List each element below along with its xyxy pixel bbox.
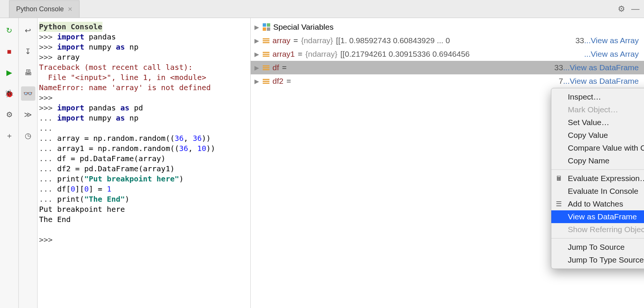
variable-icon (263, 38, 269, 43)
titlebar: Python Console ✕ ⚙ — (0, 0, 644, 18)
chevron-right-icon[interactable]: ▶ (254, 78, 260, 85)
menu-item-label: Mark Object… (568, 105, 618, 114)
menu-separator (551, 238, 644, 239)
menu-item-label: Copy Name (568, 156, 609, 165)
chevron-right-icon[interactable]: ▶ (254, 64, 260, 71)
menu-item-label: View as DataFrame (568, 212, 637, 221)
var-value-tail: 33 (554, 63, 563, 72)
chevron-right-icon[interactable]: ▶ (254, 24, 260, 31)
context-menu: Inspect…Mark Object…F11Set Value…F2Copy … (551, 88, 644, 269)
var-row-array[interactable]: ▶array = {ndarray} [[1. 0.98592743 0.608… (251, 34, 644, 47)
var-value: [[0.21794261 0.30915336 0.6946456 (340, 50, 470, 59)
add-button[interactable]: ＋ (2, 128, 17, 143)
menu-item-inspect[interactable]: Inspect… (551, 91, 644, 103)
menu-item-label: Evaluate In Console (568, 187, 638, 196)
menu-item-compare-value-with-clipboard[interactable]: Compare Value with Clipboard (551, 142, 644, 154)
view-as-link[interactable]: 33...View as DataFrame (554, 63, 644, 72)
stop-button[interactable]: ■ (2, 44, 17, 59)
var-row-df2[interactable]: ▶df2 = 7...View as DataFrame (251, 74, 644, 88)
menu-item-add-to-watches[interactable]: ☰Add to Watches (551, 198, 644, 210)
equals: = (293, 36, 298, 45)
menu-item-label: Inspect… (568, 92, 601, 101)
svg-rect-2 (263, 27, 266, 31)
minimize-icon[interactable]: — (631, 4, 639, 14)
menu-item-label: Add to Watches (568, 199, 623, 208)
debug-button[interactable]: 🐞 (2, 86, 17, 101)
menu-item-mark-object: Mark Object…F11 (551, 103, 644, 116)
history-button[interactable]: ≫ (21, 107, 35, 122)
var-row-df[interactable]: ▶df = 33...View as DataFrame (251, 61, 644, 74)
var-value-tail: 7 (559, 77, 563, 85)
menu-item-label: Show Referring Objects… (568, 225, 644, 234)
var-row-array1[interactable]: ▶array1 = {ndarray} [[0.21794261 0.30915… (251, 47, 644, 61)
var-value-tail: 33 (575, 36, 584, 45)
menu-item-label: Compare Value with Clipboard (568, 143, 644, 152)
calculator-icon: 🖩 (556, 175, 563, 183)
menu-item-view-as-dataframe[interactable]: View as DataFrame (551, 210, 644, 223)
variable-icon (263, 79, 269, 84)
view-as-link[interactable]: 7...View as DataFrame (559, 77, 644, 86)
rerun-button[interactable]: ↻ (2, 23, 17, 38)
clock-button[interactable]: ◷ (21, 128, 35, 143)
menu-item-evaluate-expression[interactable]: 🖩Evaluate Expression…⌥F8 (551, 172, 644, 185)
tab-title: Python Console (16, 5, 64, 13)
menu-item-jump-to-source[interactable]: Jump To SourceF4 (551, 241, 644, 254)
view-as-link[interactable]: ...View as Array (584, 50, 644, 59)
menu-item-label: Copy Value (568, 131, 608, 140)
sidebar-view: ↩ ↧ 🖶 👓 ≫ ◷ (19, 18, 38, 308)
variable-icon (263, 65, 269, 70)
svg-rect-3 (267, 27, 270, 31)
print-button[interactable]: 🖶 (21, 65, 35, 80)
tab-python-console[interactable]: Python Console ✕ (9, 0, 80, 18)
svg-rect-0 (263, 23, 266, 27)
variable-icon (263, 52, 269, 57)
softwrap-button[interactable]: ↩ (21, 23, 35, 38)
special-vars-label: Special Variables (273, 23, 334, 32)
equals: = (286, 77, 291, 86)
menu-item-copy-value[interactable]: Copy Value⌘C (551, 129, 644, 142)
view-as-link[interactable]: 33...View as Array (575, 36, 644, 45)
menu-item-label: Jump To Type Source (568, 255, 644, 264)
sidebar-actions: ↻ ■ ▶ 🐞 ⚙ ＋ (0, 18, 19, 308)
special-vars-icon (263, 23, 270, 31)
menu-item-label: Set Value… (568, 118, 609, 127)
menu-item-label: Evaluate Expression… (568, 174, 644, 183)
var-row-special[interactable]: ▶ Special Variables (251, 20, 644, 34)
menu-item-jump-to-type-source[interactable]: Jump To Type Source⇧F4 (551, 254, 644, 266)
var-type: {ndarray} (305, 50, 337, 59)
svg-rect-1 (267, 23, 270, 27)
scroll-end-button[interactable]: ↧ (21, 44, 35, 59)
menu-item-evaluate-in-console[interactable]: Evaluate In Console (551, 185, 644, 198)
run-button[interactable]: ▶ (2, 65, 17, 80)
main: ↻ ■ ▶ 🐞 ⚙ ＋ ↩ ↧ 🖶 👓 ≫ ◷ Python Console >… (0, 18, 644, 308)
equals: = (282, 63, 287, 72)
var-name: df (272, 63, 279, 72)
var-type: {ndarray} (301, 36, 333, 45)
menu-item-copy-name[interactable]: Copy Name (551, 154, 644, 167)
var-name: array (272, 36, 290, 45)
menu-item-show-referring-objects: Show Referring Objects… (551, 223, 644, 236)
variables-panel: ▶ Special Variables ▶array = {ndarray} [… (251, 18, 644, 308)
var-value: [[1. 0.98592743 0.60843929 ... 0 (336, 36, 450, 45)
close-icon[interactable]: ✕ (68, 6, 72, 13)
equals: = (298, 50, 302, 59)
menu-item-set-value[interactable]: Set Value…F2 (551, 116, 644, 129)
show-vars-button[interactable]: 👓 (21, 86, 35, 101)
menu-item-label: Jump To Source (568, 243, 624, 252)
var-name: array1 (272, 50, 295, 59)
chevron-right-icon[interactable]: ▶ (254, 51, 260, 58)
var-name: df2 (272, 77, 283, 86)
menu-separator (551, 169, 644, 170)
gear-icon[interactable]: ⚙ (618, 4, 625, 14)
chevron-right-icon[interactable]: ▶ (254, 37, 260, 44)
settings-button[interactable]: ⚙ (2, 107, 17, 122)
console-output[interactable]: Python Console >>> import pandas >>> imp… (38, 18, 251, 308)
watches-icon: ☰ (556, 200, 562, 208)
